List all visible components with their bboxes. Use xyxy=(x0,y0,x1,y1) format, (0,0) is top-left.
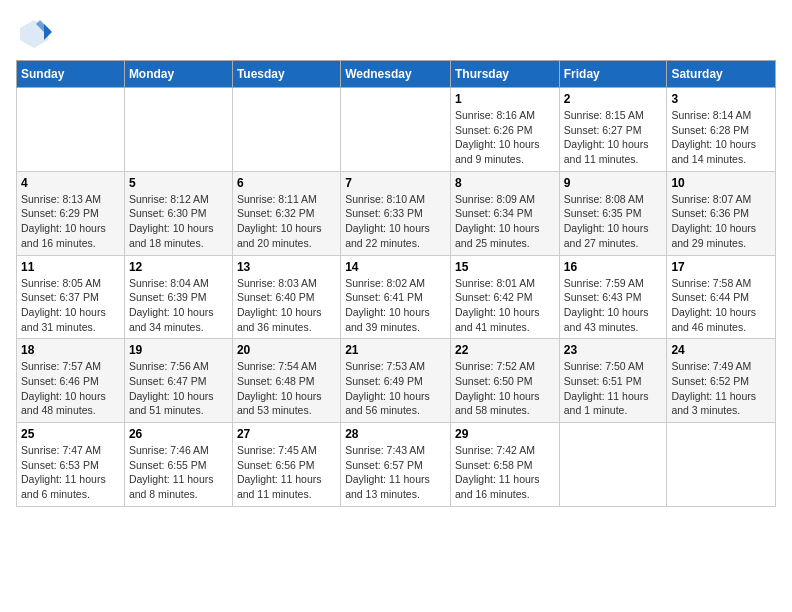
calendar-cell: 11Sunrise: 8:05 AM Sunset: 6:37 PM Dayli… xyxy=(17,255,125,339)
day-header-saturday: Saturday xyxy=(667,61,776,88)
day-number: 27 xyxy=(237,427,336,441)
day-number: 24 xyxy=(671,343,771,357)
calendar-cell: 4Sunrise: 8:13 AM Sunset: 6:29 PM Daylig… xyxy=(17,171,125,255)
calendar-cell: 23Sunrise: 7:50 AM Sunset: 6:51 PM Dayli… xyxy=(559,339,667,423)
day-info: Sunrise: 8:08 AM Sunset: 6:35 PM Dayligh… xyxy=(564,192,663,251)
day-number: 18 xyxy=(21,343,120,357)
calendar-cell: 1Sunrise: 8:16 AM Sunset: 6:26 PM Daylig… xyxy=(450,88,559,172)
day-number: 10 xyxy=(671,176,771,190)
calendar-cell: 22Sunrise: 7:52 AM Sunset: 6:50 PM Dayli… xyxy=(450,339,559,423)
calendar-cell: 9Sunrise: 8:08 AM Sunset: 6:35 PM Daylig… xyxy=(559,171,667,255)
day-info: Sunrise: 8:07 AM Sunset: 6:36 PM Dayligh… xyxy=(671,192,771,251)
day-number: 8 xyxy=(455,176,555,190)
day-info: Sunrise: 8:09 AM Sunset: 6:34 PM Dayligh… xyxy=(455,192,555,251)
day-info: Sunrise: 7:45 AM Sunset: 6:56 PM Dayligh… xyxy=(237,443,336,502)
calendar-cell: 20Sunrise: 7:54 AM Sunset: 6:48 PM Dayli… xyxy=(232,339,340,423)
calendar-week-row: 25Sunrise: 7:47 AM Sunset: 6:53 PM Dayli… xyxy=(17,423,776,507)
calendar-cell: 12Sunrise: 8:04 AM Sunset: 6:39 PM Dayli… xyxy=(124,255,232,339)
calendar-header-row: SundayMondayTuesdayWednesdayThursdayFrid… xyxy=(17,61,776,88)
day-header-tuesday: Tuesday xyxy=(232,61,340,88)
calendar-cell xyxy=(124,88,232,172)
calendar-cell: 3Sunrise: 8:14 AM Sunset: 6:28 PM Daylig… xyxy=(667,88,776,172)
day-info: Sunrise: 8:13 AM Sunset: 6:29 PM Dayligh… xyxy=(21,192,120,251)
day-number: 1 xyxy=(455,92,555,106)
day-number: 17 xyxy=(671,260,771,274)
day-info: Sunrise: 7:47 AM Sunset: 6:53 PM Dayligh… xyxy=(21,443,120,502)
day-number: 6 xyxy=(237,176,336,190)
calendar-cell: 25Sunrise: 7:47 AM Sunset: 6:53 PM Dayli… xyxy=(17,423,125,507)
day-info: Sunrise: 8:02 AM Sunset: 6:41 PM Dayligh… xyxy=(345,276,446,335)
day-info: Sunrise: 7:50 AM Sunset: 6:51 PM Dayligh… xyxy=(564,359,663,418)
day-number: 11 xyxy=(21,260,120,274)
day-info: Sunrise: 8:03 AM Sunset: 6:40 PM Dayligh… xyxy=(237,276,336,335)
day-number: 2 xyxy=(564,92,663,106)
calendar-cell: 19Sunrise: 7:56 AM Sunset: 6:47 PM Dayli… xyxy=(124,339,232,423)
day-header-sunday: Sunday xyxy=(17,61,125,88)
calendar-cell: 18Sunrise: 7:57 AM Sunset: 6:46 PM Dayli… xyxy=(17,339,125,423)
day-info: Sunrise: 8:05 AM Sunset: 6:37 PM Dayligh… xyxy=(21,276,120,335)
day-header-thursday: Thursday xyxy=(450,61,559,88)
calendar-week-row: 1Sunrise: 8:16 AM Sunset: 6:26 PM Daylig… xyxy=(17,88,776,172)
day-number: 4 xyxy=(21,176,120,190)
day-number: 9 xyxy=(564,176,663,190)
day-header-wednesday: Wednesday xyxy=(341,61,451,88)
day-number: 12 xyxy=(129,260,228,274)
calendar-week-row: 18Sunrise: 7:57 AM Sunset: 6:46 PM Dayli… xyxy=(17,339,776,423)
day-info: Sunrise: 7:42 AM Sunset: 6:58 PM Dayligh… xyxy=(455,443,555,502)
day-number: 29 xyxy=(455,427,555,441)
day-number: 23 xyxy=(564,343,663,357)
calendar-cell xyxy=(341,88,451,172)
day-info: Sunrise: 7:56 AM Sunset: 6:47 PM Dayligh… xyxy=(129,359,228,418)
day-number: 28 xyxy=(345,427,446,441)
day-header-friday: Friday xyxy=(559,61,667,88)
calendar-cell xyxy=(232,88,340,172)
calendar-cell: 6Sunrise: 8:11 AM Sunset: 6:32 PM Daylig… xyxy=(232,171,340,255)
calendar-cell: 27Sunrise: 7:45 AM Sunset: 6:56 PM Dayli… xyxy=(232,423,340,507)
calendar-cell xyxy=(559,423,667,507)
day-number: 20 xyxy=(237,343,336,357)
day-info: Sunrise: 7:46 AM Sunset: 6:55 PM Dayligh… xyxy=(129,443,228,502)
day-number: 26 xyxy=(129,427,228,441)
day-info: Sunrise: 8:10 AM Sunset: 6:33 PM Dayligh… xyxy=(345,192,446,251)
calendar-cell: 8Sunrise: 8:09 AM Sunset: 6:34 PM Daylig… xyxy=(450,171,559,255)
day-info: Sunrise: 7:52 AM Sunset: 6:50 PM Dayligh… xyxy=(455,359,555,418)
day-number: 15 xyxy=(455,260,555,274)
day-info: Sunrise: 8:14 AM Sunset: 6:28 PM Dayligh… xyxy=(671,108,771,167)
day-info: Sunrise: 7:54 AM Sunset: 6:48 PM Dayligh… xyxy=(237,359,336,418)
day-info: Sunrise: 7:57 AM Sunset: 6:46 PM Dayligh… xyxy=(21,359,120,418)
day-number: 22 xyxy=(455,343,555,357)
calendar-week-row: 11Sunrise: 8:05 AM Sunset: 6:37 PM Dayli… xyxy=(17,255,776,339)
calendar-week-row: 4Sunrise: 8:13 AM Sunset: 6:29 PM Daylig… xyxy=(17,171,776,255)
day-info: Sunrise: 8:01 AM Sunset: 6:42 PM Dayligh… xyxy=(455,276,555,335)
day-number: 7 xyxy=(345,176,446,190)
day-number: 13 xyxy=(237,260,336,274)
calendar-cell xyxy=(667,423,776,507)
calendar-cell: 16Sunrise: 7:59 AM Sunset: 6:43 PM Dayli… xyxy=(559,255,667,339)
logo xyxy=(16,16,56,52)
calendar-cell: 26Sunrise: 7:46 AM Sunset: 6:55 PM Dayli… xyxy=(124,423,232,507)
day-info: Sunrise: 8:16 AM Sunset: 6:26 PM Dayligh… xyxy=(455,108,555,167)
calendar-table: SundayMondayTuesdayWednesdayThursdayFrid… xyxy=(16,60,776,507)
day-info: Sunrise: 7:59 AM Sunset: 6:43 PM Dayligh… xyxy=(564,276,663,335)
day-number: 19 xyxy=(129,343,228,357)
calendar-cell: 24Sunrise: 7:49 AM Sunset: 6:52 PM Dayli… xyxy=(667,339,776,423)
calendar-cell: 15Sunrise: 8:01 AM Sunset: 6:42 PM Dayli… xyxy=(450,255,559,339)
calendar-cell: 17Sunrise: 7:58 AM Sunset: 6:44 PM Dayli… xyxy=(667,255,776,339)
day-number: 3 xyxy=(671,92,771,106)
calendar-cell: 21Sunrise: 7:53 AM Sunset: 6:49 PM Dayli… xyxy=(341,339,451,423)
calendar-cell: 14Sunrise: 8:02 AM Sunset: 6:41 PM Dayli… xyxy=(341,255,451,339)
calendar-cell: 13Sunrise: 8:03 AM Sunset: 6:40 PM Dayli… xyxy=(232,255,340,339)
calendar-cell: 2Sunrise: 8:15 AM Sunset: 6:27 PM Daylig… xyxy=(559,88,667,172)
calendar-cell: 7Sunrise: 8:10 AM Sunset: 6:33 PM Daylig… xyxy=(341,171,451,255)
day-info: Sunrise: 7:58 AM Sunset: 6:44 PM Dayligh… xyxy=(671,276,771,335)
day-number: 16 xyxy=(564,260,663,274)
day-info: Sunrise: 7:43 AM Sunset: 6:57 PM Dayligh… xyxy=(345,443,446,502)
calendar-body: 1Sunrise: 8:16 AM Sunset: 6:26 PM Daylig… xyxy=(17,88,776,507)
day-number: 25 xyxy=(21,427,120,441)
day-info: Sunrise: 8:12 AM Sunset: 6:30 PM Dayligh… xyxy=(129,192,228,251)
day-info: Sunrise: 7:49 AM Sunset: 6:52 PM Dayligh… xyxy=(671,359,771,418)
day-info: Sunrise: 8:11 AM Sunset: 6:32 PM Dayligh… xyxy=(237,192,336,251)
day-info: Sunrise: 8:04 AM Sunset: 6:39 PM Dayligh… xyxy=(129,276,228,335)
day-info: Sunrise: 8:15 AM Sunset: 6:27 PM Dayligh… xyxy=(564,108,663,167)
day-info: Sunrise: 7:53 AM Sunset: 6:49 PM Dayligh… xyxy=(345,359,446,418)
